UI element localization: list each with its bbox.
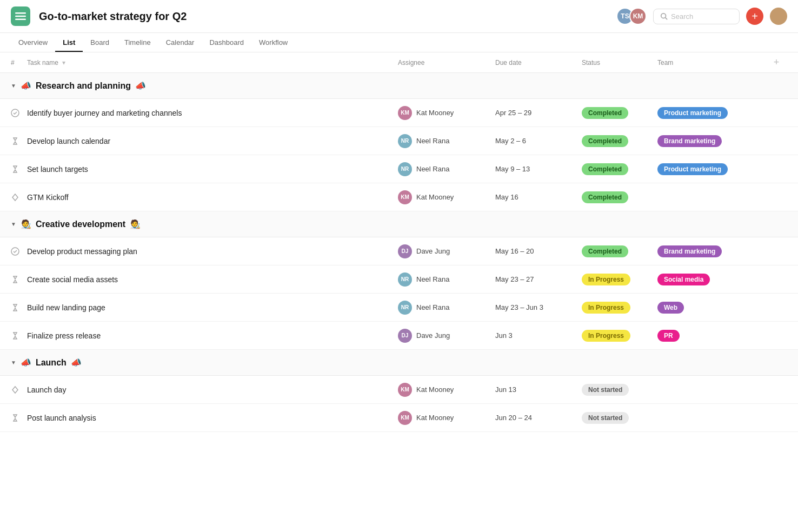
team-cell: Product marketing (657, 107, 766, 119)
header-right: TS KM Search + (616, 8, 787, 25)
col-task-name: Task name ▾ (27, 59, 398, 66)
team-badge: Brand marketing (657, 135, 722, 147)
task-icon (11, 303, 27, 312)
table-row[interactable]: GTM Kickoff KM Kat Mooney May 16 Complet… (0, 183, 798, 211)
col-number: # (11, 59, 27, 66)
app-shell: Go-to-market strategy for Q2 TS KM Searc… (0, 0, 798, 432)
avatar: KM (398, 383, 412, 397)
table-row[interactable]: Launch day KM Kat Mooney Jun 13 Not star… (0, 376, 798, 404)
chevron-down-icon: ▼ (11, 221, 16, 227)
status-badge: Completed (582, 245, 657, 257)
add-button[interactable]: + (746, 8, 763, 25)
task-name: Develop product messaging plan (27, 247, 398, 256)
due-date: May 23 – Jun 3 (495, 303, 582, 311)
due-date: May 16 (495, 193, 582, 201)
status-label: In Progress (582, 330, 630, 342)
nav-timeline[interactable]: Timeline (117, 33, 158, 52)
section-research: ▼ 📣 Research and planning 📣 Identify buy… (0, 73, 798, 211)
nav-board[interactable]: Board (83, 33, 117, 52)
task-name: Identify buyer journey and marketing cha… (27, 109, 398, 117)
sections-container: ▼ 📣 Research and planning 📣 Identify buy… (0, 73, 798, 432)
svg-point-3 (661, 14, 666, 18)
task-icon (11, 385, 27, 394)
assignee-cell: KM Kat Mooney (398, 106, 495, 120)
assignee-cell: DJ Dave Jung (398, 329, 495, 343)
task-name: Develop launch calendar (27, 137, 398, 145)
team-badge: Brand marketing (657, 245, 722, 257)
due-date: May 16 – 20 (495, 247, 582, 255)
table-row[interactable]: Create social media assets NR Neel Rana … (0, 265, 798, 294)
header: Go-to-market strategy for Q2 TS KM Searc… (0, 0, 798, 33)
nav-dashboard[interactable]: Dashboard (202, 33, 251, 52)
table-row[interactable]: Identify buyer journey and marketing cha… (0, 99, 798, 127)
status-badge: Completed (582, 107, 657, 119)
task-name: Post launch analysis (27, 414, 398, 422)
nav-bar: Overview List Board Timeline Calendar Da… (0, 33, 798, 52)
table-row[interactable]: Set launch targets NR Neel Rana May 9 – … (0, 155, 798, 183)
avatar: NR (398, 162, 412, 176)
nav-overview[interactable]: Overview (11, 33, 55, 52)
assignee-cell: NR Neel Rana (398, 162, 495, 176)
status-label: Completed (582, 245, 628, 257)
status-label: In Progress (582, 274, 630, 285)
task-name: Launch day (27, 385, 398, 394)
assignee-name: Kat Mooney (416, 385, 454, 394)
due-date: Jun 3 (495, 331, 582, 340)
task-icon (11, 275, 27, 284)
table-row[interactable]: Develop launch calendar NR Neel Rana May… (0, 127, 798, 155)
status-badge: Completed (582, 135, 657, 147)
team-cell: Brand marketing (657, 245, 766, 257)
sort-icon[interactable]: ▾ (62, 59, 65, 66)
col-team: Team (657, 59, 766, 66)
assignee-name: Dave Jung (416, 247, 450, 255)
section-header-research[interactable]: ▼ 📣 Research and planning 📣 (0, 73, 798, 99)
assignee-cell: KM Kat Mooney (398, 383, 495, 397)
section-launch: ▼ 📣 Launch 📣 Launch day KM Kat Mooney Ju… (0, 350, 798, 432)
task-name: Set launch targets (27, 165, 398, 174)
nav-calendar[interactable]: Calendar (158, 33, 202, 52)
task-name: GTM Kickoff (27, 193, 398, 202)
nav-workflow[interactable]: Workflow (251, 33, 295, 52)
status-badge: In Progress (582, 330, 657, 342)
avatar-2[interactable]: KM (629, 8, 647, 25)
assignee-name: Neel Rana (416, 137, 449, 145)
task-name: Create social media assets (27, 275, 398, 284)
task-icon (11, 414, 27, 422)
task-icon (11, 165, 27, 174)
section-header-creative[interactable]: ▼ 🧑‍🎨 Creative development 🧑‍🎨 (0, 211, 798, 237)
team-badge: Web (657, 302, 684, 314)
assignee-cell: NR Neel Rana (398, 301, 495, 315)
task-icon (11, 137, 27, 145)
search-bar[interactable]: Search (653, 9, 740, 24)
assignee-cell: KM Kat Mooney (398, 190, 495, 204)
nav-list[interactable]: List (55, 33, 83, 52)
chevron-down-icon: ▼ (11, 360, 16, 365)
due-date: Jun 13 (495, 385, 582, 394)
section-title: Research and planning (36, 81, 131, 91)
table-row[interactable]: Finalize press release DJ Dave Jung Jun … (0, 322, 798, 350)
col-due-date: Due date (495, 59, 582, 66)
task-icon (11, 247, 27, 256)
team-cell: Web (657, 302, 766, 314)
table-row[interactable]: Build new landing page NR Neel Rana May … (0, 294, 798, 322)
status-label: In Progress (582, 302, 630, 314)
task-icon (11, 109, 27, 117)
section-emoji-left: 🧑‍🎨 (21, 219, 31, 229)
status-badge: Not started (582, 412, 657, 424)
table-row[interactable]: Develop product messaging plan DJ Dave J… (0, 237, 798, 265)
table-row[interactable]: Post launch analysis KM Kat Mooney Jun 2… (0, 404, 798, 432)
status-label: Not started (582, 384, 629, 396)
avatar-group: TS KM (616, 8, 647, 25)
status-badge: Completed (582, 191, 657, 203)
avatar: DJ (398, 244, 412, 258)
col-assignee: Assignee (398, 59, 495, 66)
user-avatar[interactable] (770, 8, 787, 25)
add-column-button[interactable]: + (766, 57, 787, 68)
task-name: Build new landing page (27, 303, 398, 312)
avatar: KM (398, 190, 412, 204)
task-icon (11, 193, 27, 202)
section-header-launch[interactable]: ▼ 📣 Launch 📣 (0, 350, 798, 376)
section-emoji-right: 📣 (135, 81, 146, 91)
assignee-name: Kat Mooney (416, 193, 454, 201)
app-icon[interactable] (11, 6, 30, 26)
